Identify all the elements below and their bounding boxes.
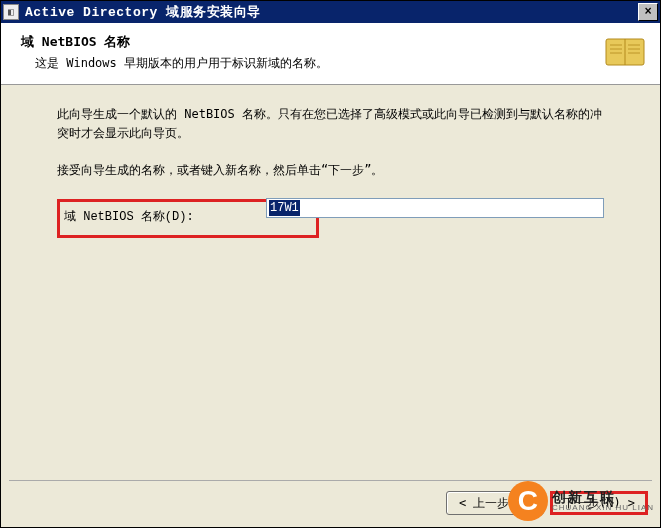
header-title: 域 NetBIOS 名称 (21, 33, 594, 51)
back-button-label: < 上一步(B) (459, 495, 531, 512)
book-icon (604, 33, 646, 69)
netbios-name-value: 17W1 (269, 200, 300, 216)
header-subtitle: 这是 Windows 早期版本的用户用于标识新域的名称。 (35, 55, 594, 72)
back-button[interactable]: < 上一步(B) (446, 491, 544, 515)
wizard-window: ◧ Active Directory 域服务安装向导 × 域 NetBIOS 名… (0, 0, 661, 528)
window-title: Active Directory 域服务安装向导 (25, 3, 638, 21)
description-1: 此向导生成一个默认的 NetBIOS 名称。只有在您已选择了高级模式或此向导已检… (57, 105, 612, 143)
titlebar: ◧ Active Directory 域服务安装向导 × (1, 1, 660, 23)
description-2: 接受向导生成的名称，或者键入新名称，然后单击“下一步”。 (57, 161, 612, 180)
netbios-field-label: 域 NetBIOS 名称(D): (64, 208, 194, 225)
netbios-name-input[interactable]: 17W1 (266, 198, 604, 218)
next-button[interactable]: 下一步(N) > (563, 495, 635, 512)
close-button[interactable]: × (638, 3, 658, 21)
app-icon: ◧ (3, 4, 19, 20)
next-button-label: 下一步(N) > (563, 496, 635, 510)
wizard-body: 此向导生成一个默认的 NetBIOS 名称。只有在您已选择了高级模式或此向导已检… (1, 85, 660, 480)
next-button-highlight: 下一步(N) > (550, 491, 648, 515)
header-text: 域 NetBIOS 名称 这是 Windows 早期版本的用户用于标识新域的名称… (21, 33, 594, 72)
wizard-header: 域 NetBIOS 名称 这是 Windows 早期版本的用户用于标识新域的名称… (1, 23, 660, 85)
wizard-footer: < 上一步(B) 下一步(N) > (1, 481, 660, 527)
